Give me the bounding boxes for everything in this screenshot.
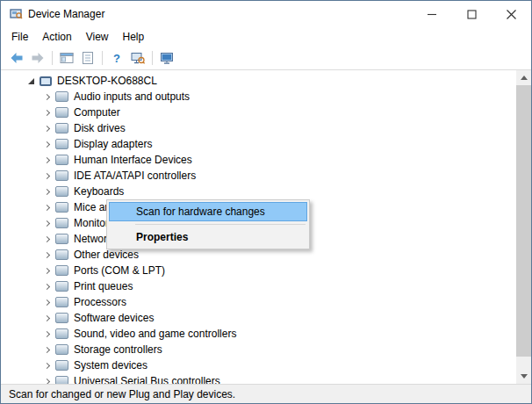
- context-menu: Scan for hardware changes Properties: [106, 199, 310, 249]
- context-menu-item-scan-for-hardware-changes[interactable]: Scan for hardware changes: [109, 202, 307, 221]
- status-text: Scan for changed or new Plug and Play de…: [9, 388, 235, 400]
- toolbar-separator: [102, 51, 103, 65]
- mouse-icon: [55, 202, 68, 213]
- usb-controller-icon: [55, 376, 68, 384]
- tree-item-label: Disk drives: [74, 122, 126, 134]
- tree-item-label: Other devices: [74, 249, 139, 261]
- scrollbar-thumb[interactable]: [516, 85, 531, 357]
- expand-icon[interactable]: [40, 126, 54, 131]
- expand-icon[interactable]: [40, 316, 54, 321]
- show-console-tree-button[interactable]: [56, 48, 77, 68]
- tree-item-keyboards[interactable]: Keyboards: [1, 184, 516, 199]
- tree-root-desktop-ko688cl[interactable]: DESKTOP-KO688CL: [1, 73, 516, 89]
- toolbar-separator: [52, 51, 53, 65]
- help-button[interactable]: ?: [106, 48, 127, 68]
- tree-item-processors[interactable]: Processors: [1, 294, 516, 310]
- context-menu-item-properties[interactable]: Properties: [109, 227, 307, 247]
- tree-item-label: IDE ATA/ATAPI controllers: [74, 170, 196, 182]
- expand-icon[interactable]: [40, 142, 54, 147]
- computer-icon: [55, 107, 68, 118]
- context-menu-separator: [135, 224, 306, 225]
- tree-item-disk-drives[interactable]: Disk drives: [1, 120, 516, 136]
- tree-item-ide-ata-atapi-controllers[interactable]: IDE ATA/ATAPI controllers: [1, 168, 516, 184]
- tree-item-ports-com-lpt[interactable]: Ports (COM & LPT): [1, 263, 516, 278]
- tree-root-label: DESKTOP-KO688CL: [57, 75, 157, 87]
- sound-controller-icon: [55, 328, 68, 339]
- expand-icon[interactable]: [40, 206, 54, 210]
- menu-bar: File Action View Help: [1, 27, 531, 47]
- monitor-icon: [55, 218, 68, 228]
- device-manager-icon: [9, 7, 23, 21]
- expand-icon[interactable]: [40, 158, 54, 162]
- scan-for-hardware-changes-button[interactable]: [127, 48, 148, 68]
- audio-icon: [55, 91, 68, 102]
- tree-item-label: Processors: [74, 296, 126, 308]
- tree-item-label: Audio inputs and outputs: [74, 90, 190, 103]
- properties-button[interactable]: [77, 48, 98, 68]
- ide-controller-icon: [55, 170, 68, 181]
- toolbar-separator: [152, 51, 153, 65]
- computer-icon: [40, 76, 52, 86]
- display-adapter-icon: [55, 139, 68, 149]
- expand-icon[interactable]: [40, 95, 54, 99]
- scroll-down-button[interactable]: [516, 369, 531, 384]
- tree-item-storage-controllers[interactable]: Storage controllers: [1, 342, 516, 357]
- tree-item-computer[interactable]: Computer: [1, 105, 516, 120]
- menu-view[interactable]: View: [79, 28, 116, 46]
- tree-item-human-interface-devices[interactable]: Human Interface Devices: [1, 152, 516, 168]
- tree-item-label: Computer: [74, 106, 120, 119]
- menu-file[interactable]: File: [4, 28, 35, 46]
- system-device-icon: [55, 360, 68, 371]
- tree-item-audio-inputs-and-outputs[interactable]: Audio inputs and outputs: [1, 89, 516, 105]
- window-controls: [413, 1, 531, 27]
- maximize-button[interactable]: [452, 1, 492, 27]
- disk-drive-icon: [55, 123, 68, 133]
- scrollbar-track[interactable]: [516, 85, 531, 369]
- expand-icon[interactable]: [40, 269, 54, 273]
- software-device-icon: [55, 313, 68, 323]
- vertical-scrollbar[interactable]: [516, 70, 531, 384]
- tree-item-label: Storage controllers: [74, 343, 162, 356]
- expand-icon[interactable]: [40, 253, 54, 257]
- network-adapter-icon: [55, 234, 68, 244]
- expand-icon[interactable]: [40, 300, 54, 305]
- expand-icon[interactable]: [40, 332, 54, 336]
- expand-icon[interactable]: [40, 379, 54, 384]
- storage-controller-icon: [55, 344, 68, 355]
- expand-icon[interactable]: [40, 111, 54, 115]
- forward-button[interactable]: [27, 48, 48, 68]
- menu-help[interactable]: Help: [116, 28, 152, 46]
- tree-item-universal-serial-bus-controllers[interactable]: Universal Serial Bus controllers: [1, 373, 516, 384]
- hid-icon: [55, 155, 68, 165]
- tree-item-label: Human Interface Devices: [74, 154, 192, 166]
- tree-item-label: Print queues: [74, 280, 133, 292]
- tree-item-software-devices[interactable]: Software devices: [1, 310, 516, 326]
- window-title: Device Manager: [28, 8, 104, 20]
- expand-icon[interactable]: [40, 190, 54, 194]
- tree-item-display-adapters[interactable]: Display adapters: [1, 136, 516, 152]
- processor-icon: [55, 297, 68, 307]
- expand-icon[interactable]: [40, 174, 54, 178]
- expand-icon[interactable]: [40, 348, 54, 352]
- minimize-button[interactable]: [413, 1, 452, 27]
- tree-item-label: Sound, video and game controllers: [74, 328, 236, 340]
- expand-icon[interactable]: [40, 221, 54, 226]
- devices-button[interactable]: [156, 48, 177, 68]
- tree-item-print-queues[interactable]: Print queues: [1, 278, 516, 294]
- tree-item-system-devices[interactable]: System devices: [1, 357, 516, 373]
- scroll-up-button[interactable]: [516, 70, 531, 85]
- close-button[interactable]: [492, 1, 531, 27]
- menu-action[interactable]: Action: [35, 28, 78, 46]
- expand-icon[interactable]: [40, 364, 54, 368]
- back-button[interactable]: [6, 48, 27, 68]
- collapse-icon[interactable]: [24, 78, 38, 84]
- expand-icon[interactable]: [40, 237, 54, 242]
- device-manager-window: Device Manager File Action View Help: [0, 0, 532, 404]
- tree-item-label: Display adapters: [74, 138, 152, 150]
- title-bar: Device Manager: [1, 1, 531, 27]
- expand-icon[interactable]: [40, 285, 54, 289]
- tree-item-label: System devices: [74, 359, 147, 372]
- tree-item-sound-video-and-game-controllers[interactable]: Sound, video and game controllers: [1, 326, 516, 342]
- tree-item-label: Software devices: [74, 312, 154, 324]
- scroll-up-icon: [521, 76, 528, 80]
